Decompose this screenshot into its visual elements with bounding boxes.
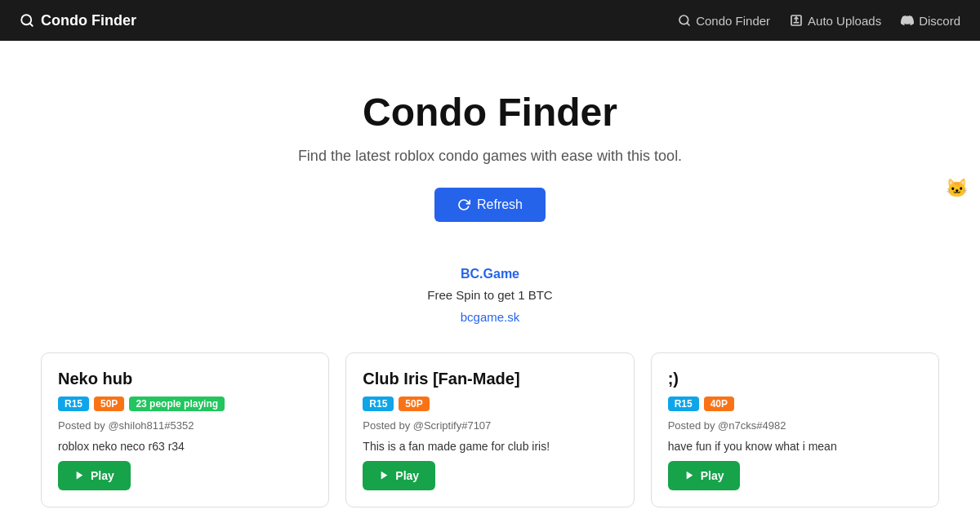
card-3-posted: Posted by @n7cks#4982 [668, 419, 922, 432]
badge-r15-2: R15 [363, 397, 394, 411]
svg-marker-6 [381, 472, 388, 480]
card-1-play-button[interactable]: Play [58, 461, 131, 490]
card-1-title: Neko hub [58, 370, 312, 388]
play-icon-2 [379, 470, 390, 481]
card-1: Neko hub R15 50P 23 people playing Poste… [41, 352, 329, 507]
card-1-desc: roblox neko neco r63 r34 [58, 440, 312, 453]
card-3-title: ;) [668, 370, 922, 388]
badge-50p: 50P [94, 397, 124, 411]
search-icon-nav [678, 14, 691, 27]
navbar-brand-label: Condo Finder [41, 12, 136, 29]
badge-playing: 23 people playing [129, 397, 225, 411]
card-3-play-button[interactable]: Play [668, 461, 741, 490]
card-2-title: Club Iris [Fan-Made] [363, 370, 617, 388]
navbar-link-uploads-label: Auto Uploads [808, 14, 881, 28]
upload-icon [790, 14, 803, 27]
refresh-icon [457, 198, 470, 211]
card-2-play-button[interactable]: Play [363, 461, 435, 490]
ad-link[interactable]: bcgame.sk [461, 310, 520, 324]
card-1-posted: Posted by @shiloh811#5352 [58, 419, 312, 432]
navbar-link-condo-finder[interactable]: Condo Finder [678, 14, 770, 28]
navbar-link-discord[interactable]: Discord [901, 14, 960, 28]
hero-title: Condo Finder [16, 90, 964, 135]
play-icon-3 [684, 470, 695, 481]
svg-line-3 [687, 23, 689, 25]
navbar: Condo Finder Condo Finder Auto Uploads D… [0, 0, 980, 41]
badge-50p-2: 50P [399, 397, 429, 411]
navbar-links: Condo Finder Auto Uploads Discord [678, 14, 960, 28]
refresh-button[interactable]: Refresh [434, 188, 546, 222]
svg-line-1 [29, 23, 32, 25]
svg-marker-5 [77, 472, 83, 480]
navbar-link-auto-uploads[interactable]: Auto Uploads [790, 14, 881, 28]
hero-subtitle: Find the latest roblox condo games with … [16, 148, 964, 165]
card-3-badges: R15 40P [668, 397, 922, 411]
search-icon [20, 13, 34, 28]
card-1-play-label: Play [91, 469, 114, 482]
discord-icon [901, 14, 914, 27]
refresh-label: Refresh [477, 197, 523, 212]
card-3: ;) R15 40P Posted by @n7cks#4982 have fu… [651, 352, 939, 507]
svg-marker-7 [686, 472, 693, 480]
navbar-brand[interactable]: Condo Finder [20, 12, 136, 29]
card-2: Club Iris [Fan-Made] R15 50P Posted by @… [345, 352, 634, 507]
badge-40p-3: 40P [704, 397, 734, 411]
navbar-link-discord-label: Discord [919, 14, 960, 28]
ad-section: BC.Game Free Spin to get 1 BTC bcgame.sk [0, 246, 980, 352]
play-icon [74, 470, 85, 481]
card-2-desc: This is a fan made game for club iris! [363, 440, 617, 453]
navbar-link-condo-label: Condo Finder [696, 14, 770, 28]
cards-grid: Neko hub R15 50P 23 people playing Poste… [24, 352, 956, 514]
badge-r15-3: R15 [668, 397, 699, 411]
ad-subtitle: Free Spin to get 1 BTC [0, 285, 980, 306]
card-3-play-label: Play [701, 469, 724, 482]
card-2-posted: Posted by @Scriptify#7107 [363, 419, 617, 432]
card-2-badges: R15 50P [363, 397, 617, 411]
hero-section: Condo Finder Find the latest roblox cond… [0, 41, 980, 246]
floating-widget[interactable]: 🐱 [946, 179, 970, 204]
ad-title: BC.Game [0, 263, 980, 285]
card-3-desc: have fun if you know what i mean [668, 440, 922, 453]
card-2-play-label: Play [395, 469, 419, 482]
badge-r15: R15 [58, 397, 89, 411]
card-1-badges: R15 50P 23 people playing [58, 397, 312, 411]
